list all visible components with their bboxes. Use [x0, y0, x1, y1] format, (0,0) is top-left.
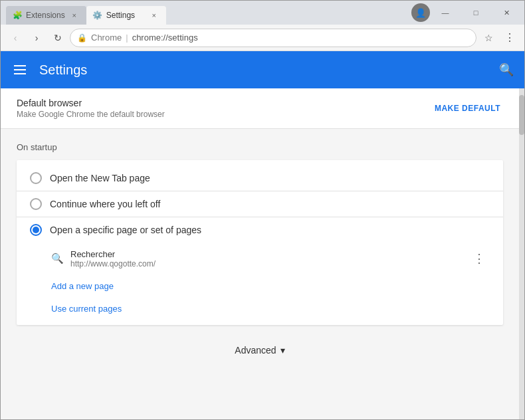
add-new-page-link[interactable]: Add a new page	[51, 281, 114, 291]
maximize-button[interactable]: □	[461, 5, 491, 21]
back-icon: ‹	[14, 33, 17, 43]
close-button[interactable]: ✕	[491, 5, 522, 21]
default-browser-description: Make Google Chrome the default browser	[17, 110, 165, 119]
chrome-menu-icon: ⋮	[504, 31, 515, 44]
close-icon: ✕	[504, 9, 510, 17]
option-continue-label: Continue where you left off	[50, 199, 160, 209]
advanced-label: Advanced	[235, 345, 276, 356]
url-separator: |	[126, 33, 128, 43]
refresh-icon: ↻	[54, 33, 62, 43]
refresh-button[interactable]: ↻	[49, 29, 67, 47]
make-default-button[interactable]: MAKE DEFAULT	[432, 98, 503, 118]
settings-search-icon[interactable]: 🔍	[499, 62, 514, 77]
add-new-page-row: Add a new page	[17, 274, 503, 297]
scrollbar-thumb[interactable]	[519, 95, 524, 135]
site-icon: 🔒	[77, 33, 87, 43]
page-entry: 🔍 Rechercher http://www.qogotte.com/ ⋮	[17, 243, 503, 274]
page-url: http://www.qogotte.com/	[70, 259, 462, 268]
title-bar: 🧩 Extensions × ⚙️ Settings × 👤 — □ ✕	[1, 1, 524, 25]
toolbar: ‹ › ↻ 🔒 Chrome | chrome://settings ☆ ⋮	[1, 25, 524, 51]
advanced-section: Advanced ▾	[1, 325, 519, 375]
forward-button[interactable]: ›	[27, 29, 46, 47]
settings-page-title: Settings	[39, 62, 488, 78]
settings-tab-close[interactable]: ×	[149, 10, 159, 21]
forward-icon: ›	[35, 33, 39, 43]
startup-options-card: Open the New Tab page Continue where you…	[17, 160, 503, 325]
settings-header: Settings 🔍	[1, 51, 524, 88]
radio-new-tab[interactable]	[30, 172, 42, 184]
use-current-pages-row: Use current pages	[17, 297, 503, 320]
hamburger-line-3	[14, 73, 26, 74]
maximize-icon: □	[474, 9, 478, 17]
on-startup-section: On startup Open the New Tab page Con	[1, 129, 519, 325]
page-more-button[interactable]: ⋮	[469, 248, 490, 269]
profile-button[interactable]: 👤	[411, 3, 430, 22]
advanced-chevron-icon: ▾	[280, 345, 285, 356]
default-browser-section: Default browser Make Google Chrome the d…	[1, 88, 519, 129]
address-bar[interactable]: 🔒 Chrome | chrome://settings	[70, 29, 476, 47]
hamburger-menu-button[interactable]	[11, 62, 29, 77]
page-more-icon: ⋮	[473, 251, 485, 266]
hamburger-line-1	[14, 65, 26, 66]
default-browser-info: Default browser Make Google Chrome the d…	[17, 98, 165, 119]
extensions-tab[interactable]: 🧩 Extensions ×	[6, 6, 86, 25]
bookmark-icon: ☆	[484, 33, 493, 43]
url-text: chrome://settings	[132, 33, 198, 43]
hamburger-line-2	[14, 69, 26, 70]
default-browser-title: Default browser	[17, 98, 165, 108]
settings-tab-label: Settings	[106, 11, 145, 20]
minimize-icon: —	[442, 9, 449, 17]
radio-continue[interactable]	[30, 198, 42, 210]
option-new-tab-label: Open the New Tab page	[50, 173, 150, 183]
scrollbar-track[interactable]	[519, 88, 524, 419]
bookmark-button[interactable]: ☆	[479, 29, 498, 47]
page-info: Rechercher http://www.qogotte.com/	[70, 249, 462, 268]
window-controls: 👤 — □ ✕	[409, 3, 524, 22]
extensions-tab-label: Extensions	[26, 11, 65, 20]
option-specific-page[interactable]: Open a specific page or set of pages	[17, 217, 503, 243]
chrome-menu-button[interactable]: ⋮	[500, 29, 519, 47]
settings-tab[interactable]: ⚙️ Settings ×	[86, 6, 166, 25]
option-continue[interactable]: Continue where you left off	[17, 191, 503, 217]
main-content: Default browser Make Google Chrome the d…	[1, 88, 519, 419]
page-name: Rechercher	[70, 249, 462, 259]
chrome-text: Chrome	[91, 33, 122, 43]
extensions-tab-favicon: 🧩	[13, 11, 22, 20]
page-search-icon: 🔍	[51, 253, 64, 264]
back-button[interactable]: ‹	[6, 29, 25, 47]
on-startup-label: On startup	[17, 142, 503, 152]
use-current-pages-link[interactable]: Use current pages	[51, 304, 122, 314]
option-new-tab[interactable]: Open the New Tab page	[17, 165, 503, 191]
settings-tab-favicon: ⚙️	[93, 11, 102, 20]
option-specific-page-label: Open a specific page or set of pages	[50, 225, 201, 235]
browser-window: 🧩 Extensions × ⚙️ Settings × 👤 — □ ✕	[0, 0, 525, 420]
radio-specific-page[interactable]	[30, 224, 42, 236]
advanced-button[interactable]: Advanced ▾	[227, 341, 292, 360]
extensions-tab-close[interactable]: ×	[69, 10, 80, 21]
content-area: Default browser Make Google Chrome the d…	[1, 88, 524, 419]
radio-inner-dot	[33, 227, 39, 233]
profile-icon: 👤	[415, 8, 426, 18]
minimize-button[interactable]: —	[430, 5, 461, 21]
